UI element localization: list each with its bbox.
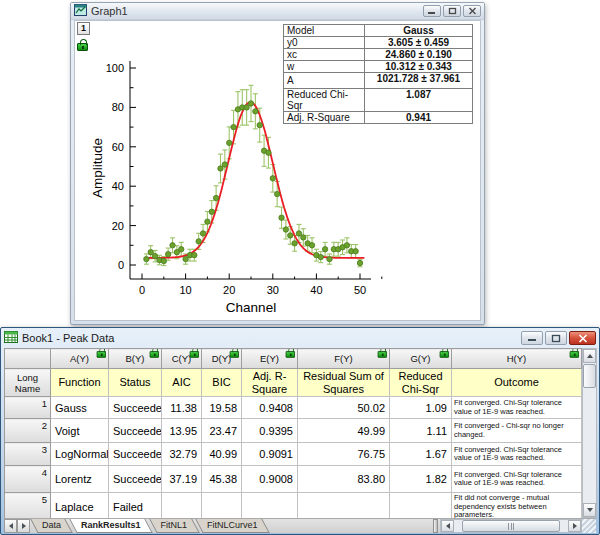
- row-header[interactable]: 2: [5, 419, 51, 443]
- column-header-cy[interactable]: C(Y): [162, 349, 202, 369]
- vertical-scroll-track[interactable]: [583, 388, 596, 503]
- column-header-ey[interactable]: E(Y): [242, 349, 298, 369]
- row-header[interactable]: 5: [5, 493, 51, 522]
- long-name-cell[interactable]: Adj. R-Square: [242, 369, 298, 397]
- cell[interactable]: Fit converged. Chi-Sqr tolerance value o…: [452, 397, 582, 419]
- horizontal-scroll-track[interactable]: [454, 520, 568, 532]
- cell[interactable]: LogNormal: [51, 443, 109, 466]
- sheet-tab-data[interactable]: Data: [32, 519, 71, 533]
- cell[interactable]: 1.82: [390, 466, 452, 493]
- row-header[interactable]: 4: [5, 466, 51, 493]
- cell[interactable]: 45.38: [202, 466, 242, 493]
- cell[interactable]: 0.9408: [242, 397, 298, 419]
- scroll-down-button[interactable]: [583, 503, 596, 517]
- cell[interactable]: Voigt: [51, 419, 109, 443]
- cell[interactable]: Laplace: [51, 493, 109, 522]
- layer-1-button[interactable]: 1: [77, 22, 90, 35]
- row-header[interactable]: 1: [5, 397, 51, 419]
- cell[interactable]: 37.19: [162, 466, 202, 493]
- minimize-button[interactable]: [521, 331, 543, 345]
- sheet-tab-fitnl1[interactable]: FitNL1: [151, 519, 198, 533]
- cell[interactable]: Succeeded: [109, 443, 162, 466]
- cell[interactable]: Succeeded: [109, 419, 162, 443]
- scroll-left-button[interactable]: [441, 520, 454, 532]
- restore-button[interactable]: [545, 331, 567, 345]
- long-name-cell[interactable]: Status: [109, 369, 162, 397]
- cell[interactable]: Fit converged. Chi-Sqr tolerance value o…: [452, 443, 582, 466]
- graph-titlebar[interactable]: Graph1: [71, 3, 484, 20]
- long-name-cell[interactable]: BIC: [202, 369, 242, 397]
- long-name-cell[interactable]: Residual Sum of Squares: [298, 369, 390, 397]
- close-button[interactable]: [569, 331, 596, 345]
- vertical-scrollbar[interactable]: [582, 348, 597, 518]
- workbook-window-icon: [4, 329, 18, 347]
- workbook-window-title: Book1 - Peak Data: [22, 332, 114, 344]
- cell[interactable]: 0.9395: [242, 419, 298, 443]
- workbook-titlebar[interactable]: Book1 - Peak Data: [1, 328, 599, 348]
- cell[interactable]: Succeeded: [109, 397, 162, 419]
- cell[interactable]: [390, 493, 452, 522]
- x-tick-label: 20: [223, 284, 235, 296]
- long-name-cell[interactable]: Outcome: [452, 369, 582, 397]
- cell[interactable]: Gauss: [51, 397, 109, 419]
- cell[interactable]: [162, 493, 202, 522]
- minimize-button[interactable]: [423, 5, 441, 17]
- graph-page: 02040608010001020304050ChannelAmplitude …: [74, 20, 481, 321]
- resize-grip[interactable]: [582, 519, 596, 533]
- cell[interactable]: 1.09: [390, 397, 452, 419]
- cell[interactable]: Fit did not converge - mutual dependency…: [452, 493, 582, 522]
- sheet-tab-rankresults1[interactable]: RankResults1: [71, 519, 151, 533]
- cell[interactable]: 83.80: [298, 466, 390, 493]
- column-header-dy[interactable]: D(Y): [202, 349, 242, 369]
- cell[interactable]: [298, 493, 390, 522]
- horizontal-scroll-thumb[interactable]: [462, 520, 560, 532]
- pane-splitter[interactable]: [433, 519, 438, 533]
- long-name-cell[interactable]: AIC: [162, 369, 202, 397]
- column-header-hy[interactable]: H(Y): [452, 349, 582, 369]
- sheet-tab-fitnlcurve1[interactable]: FitNLCurve1: [197, 519, 268, 533]
- restore-button[interactable]: [443, 5, 461, 17]
- cell[interactable]: 1.67: [390, 443, 452, 466]
- close-button[interactable]: [463, 5, 481, 17]
- cell[interactable]: 11.38: [162, 397, 202, 419]
- cell[interactable]: Failed: [109, 493, 162, 522]
- cell[interactable]: 1.11: [390, 419, 452, 443]
- cell[interactable]: 49.99: [298, 419, 390, 443]
- cell[interactable]: 0.9008: [242, 466, 298, 493]
- lock-icon: [230, 351, 239, 358]
- horizontal-scrollbar[interactable]: [440, 519, 582, 533]
- cell[interactable]: Fit converged. Chi-Sqr tolerance value o…: [452, 466, 582, 493]
- left-arrow-icon: [446, 523, 450, 529]
- fit-curve: [145, 102, 365, 258]
- cell[interactable]: 76.75: [298, 443, 390, 466]
- column-header-fy[interactable]: F(Y): [298, 349, 390, 369]
- tab-scroll-left-button[interactable]: [4, 519, 17, 533]
- right-arrow-icon: [22, 523, 26, 529]
- cell[interactable]: 40.99: [202, 443, 242, 466]
- cell[interactable]: 50.02: [298, 397, 390, 419]
- column-header-by[interactable]: B(Y): [109, 349, 162, 369]
- stats-label: y0: [284, 37, 365, 49]
- cell[interactable]: 13.95: [162, 419, 202, 443]
- cell[interactable]: [242, 493, 298, 522]
- long-name-header[interactable]: Long Name: [5, 369, 51, 397]
- scroll-right-button[interactable]: [568, 520, 581, 532]
- cell[interactable]: 23.47: [202, 419, 242, 443]
- tab-scroll-right-button[interactable]: [17, 519, 30, 533]
- cell[interactable]: Lorentz: [51, 466, 109, 493]
- cell[interactable]: 32.79: [162, 443, 202, 466]
- cell[interactable]: 0.9091: [242, 443, 298, 466]
- cell[interactable]: 19.58: [202, 397, 242, 419]
- corner-header[interactable]: [5, 349, 51, 369]
- long-name-cell[interactable]: Function: [51, 369, 109, 397]
- lock-icon[interactable]: [77, 43, 88, 51]
- cell[interactable]: Succeeded: [109, 466, 162, 493]
- column-header-ay[interactable]: A(Y): [51, 349, 109, 369]
- scroll-up-button[interactable]: [583, 349, 596, 363]
- column-header-gy[interactable]: G(Y): [390, 349, 452, 369]
- long-name-cell[interactable]: Reduced Chi-Sqr: [390, 369, 452, 397]
- cell[interactable]: Fit converged - Chi-sqr no longer change…: [452, 419, 582, 443]
- cell[interactable]: [202, 493, 242, 522]
- vertical-scroll-thumb[interactable]: [583, 364, 596, 388]
- row-header[interactable]: 3: [5, 443, 51, 466]
